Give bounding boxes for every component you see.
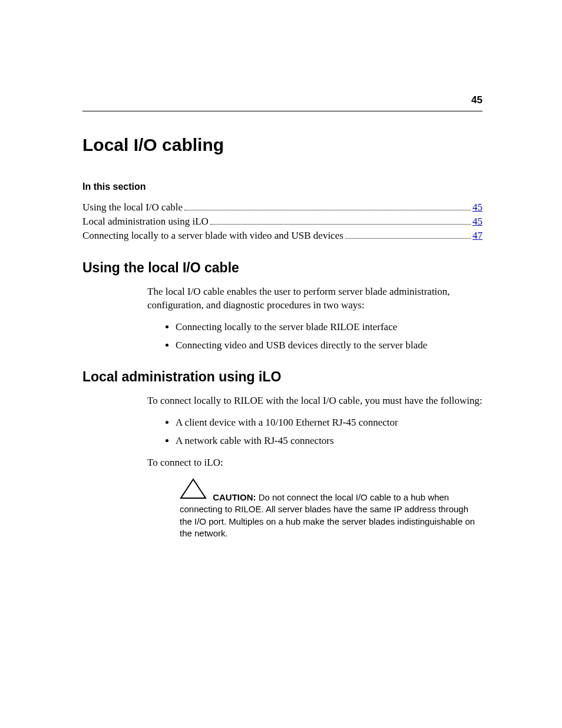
toc-page-link[interactable]: 47	[472, 229, 482, 243]
section-heading-local-admin-ilo: Local administration using iLO	[82, 369, 482, 385]
page-number: 45	[471, 94, 482, 106]
list-item: A network cable with RJ-45 connectors	[176, 434, 482, 448]
section2-intro: To connect locally to RILOE with the loc…	[147, 394, 482, 408]
section1-body: The local I/O cable enables the user to …	[147, 285, 482, 353]
toc-leader-dots	[210, 224, 471, 225]
section2-connect-line: To connect to iLO:	[147, 456, 482, 470]
toc-leader-dots	[184, 210, 471, 210]
page-title: Local I/O cabling	[82, 135, 482, 155]
list-item: Connecting video and USB devices directl…	[176, 339, 482, 353]
toc-row: Local administration using iLO 45	[82, 215, 482, 229]
in-this-section-heading: In this section	[82, 182, 482, 192]
caution-triangle-icon	[180, 478, 207, 502]
caution-label: CAUTION:	[213, 492, 256, 502]
toc-label: Connecting locally to a server blade wit…	[82, 229, 343, 243]
toc-row: Connecting locally to a server blade wit…	[82, 229, 482, 243]
toc-label: Local administration using iLO	[82, 215, 209, 229]
section2-bullet-list: A client device with a 10/100 Ethernet R…	[161, 416, 482, 448]
toc-label: Using the local I/O cable	[82, 200, 183, 215]
section2-body: To connect locally to RILOE with the loc…	[147, 394, 482, 539]
caution-block: CAUTION: Do not connect the local I/O ca…	[180, 478, 482, 539]
svg-marker-0	[181, 479, 206, 498]
toc-row: Using the local I/O cable 45	[82, 200, 482, 215]
toc-page-link[interactable]: 45	[472, 215, 482, 229]
section1-intro: The local I/O cable enables the user to …	[147, 285, 482, 312]
toc-leader-dots	[345, 238, 471, 239]
header-rule	[82, 111, 482, 111]
section1-bullet-list: Connecting locally to the server blade R…	[161, 321, 482, 353]
section-heading-using-local-io-cable: Using the local I/O cable	[82, 260, 482, 276]
page: 45 Local I/O cabling In this section Usi…	[0, 0, 562, 728]
toc-page-link[interactable]: 45	[472, 200, 482, 215]
list-item: A client device with a 10/100 Ethernet R…	[176, 416, 482, 430]
table-of-contents: Using the local I/O cable 45 Local admin…	[82, 200, 482, 242]
list-item: Connecting locally to the server blade R…	[176, 321, 482, 334]
